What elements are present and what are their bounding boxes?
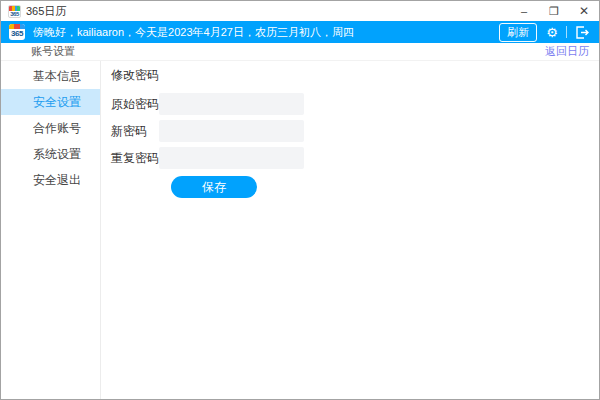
original-password-input[interactable] bbox=[159, 93, 304, 115]
calendar-365-icon-label: 365 bbox=[9, 29, 25, 40]
app-body: 基本信息 安全设置 合作账号 系统设置 安全退出 修改密码 原始密码 新密码 重… bbox=[1, 61, 599, 399]
minimize-button[interactable]: – bbox=[509, 1, 539, 21]
app-icon: 365 bbox=[8, 5, 21, 18]
logout-icon[interactable] bbox=[575, 26, 589, 39]
section-title: 修改密码 bbox=[111, 67, 599, 84]
change-password-panel: 修改密码 原始密码 新密码 重复密码 保存 bbox=[101, 61, 599, 399]
maximize-button[interactable]: ❐ bbox=[539, 1, 569, 21]
sidebar-item-safe-logout[interactable]: 安全退出 bbox=[1, 167, 100, 193]
calendar-365-icon: 365 bbox=[9, 24, 25, 40]
repeat-password-row: 重复密码 bbox=[111, 147, 599, 169]
sidebar-item-basic-info[interactable]: 基本信息 bbox=[1, 63, 100, 89]
new-password-row: 新密码 bbox=[111, 120, 599, 142]
gear-icon[interactable]: ⚙ bbox=[546, 26, 558, 39]
window-title: 365日历 bbox=[26, 4, 509, 19]
sidebar-item-security-settings[interactable]: 安全设置 bbox=[1, 89, 100, 115]
header-divider bbox=[566, 26, 567, 38]
repeat-password-input[interactable] bbox=[159, 147, 304, 169]
sidebar-item-system-settings[interactable]: 系统设置 bbox=[1, 141, 100, 167]
titlebar: 365 365日历 – ❐ ✕ bbox=[1, 1, 599, 21]
original-password-row: 原始密码 bbox=[111, 93, 599, 115]
close-button[interactable]: ✕ bbox=[569, 1, 599, 21]
app-window: 365 365日历 – ❐ ✕ 365 傍晚好，kailiaaron，今天是20… bbox=[0, 0, 600, 400]
page-title: 账号设置 bbox=[31, 44, 545, 59]
save-button[interactable]: 保存 bbox=[171, 176, 257, 198]
sidebar: 基本信息 安全设置 合作账号 系统设置 安全退出 bbox=[1, 61, 101, 399]
repeat-password-label: 重复密码 bbox=[111, 150, 159, 167]
back-to-calendar-link[interactable]: 返回日历 bbox=[545, 44, 589, 59]
original-password-label: 原始密码 bbox=[111, 96, 159, 113]
new-password-label: 新密码 bbox=[111, 123, 159, 140]
new-password-input[interactable] bbox=[159, 120, 304, 142]
greeting-text: 傍晚好，kailiaaron，今天是2023年4月27日，农历三月初八，周四 bbox=[33, 25, 499, 40]
subheader: 账号设置 返回日历 bbox=[1, 43, 599, 61]
sidebar-item-partner-accounts[interactable]: 合作账号 bbox=[1, 115, 100, 141]
app-header: 365 傍晚好，kailiaaron，今天是2023年4月27日，农历三月初八，… bbox=[1, 21, 599, 43]
refresh-button[interactable]: 刷新 bbox=[499, 23, 537, 42]
